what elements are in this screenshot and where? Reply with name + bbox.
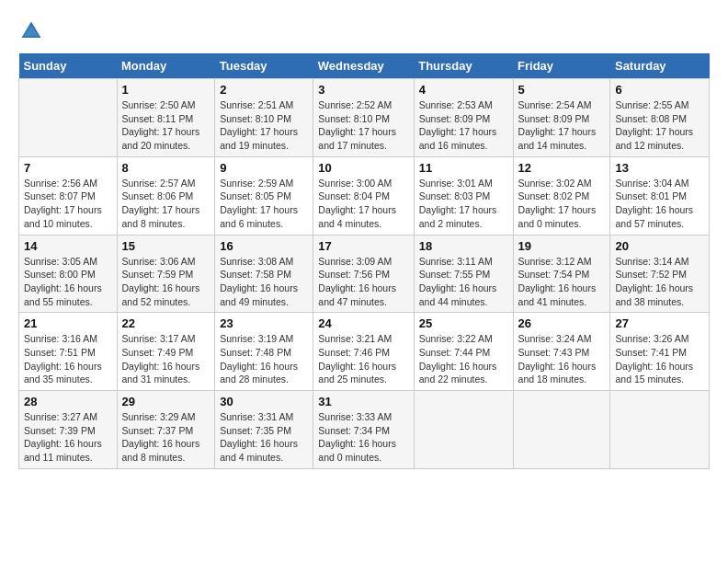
day-info: Sunrise: 3:06 AM Sunset: 7:59 PM Dayligh… bbox=[122, 255, 210, 309]
day-info: Sunrise: 3:33 AM Sunset: 7:34 PM Dayligh… bbox=[318, 410, 408, 465]
day-info: Sunrise: 3:02 AM Sunset: 8:02 PM Dayligh… bbox=[518, 177, 606, 231]
calendar-week-row: 14Sunrise: 3:05 AM Sunset: 8:00 PM Dayli… bbox=[19, 235, 710, 313]
day-number: 29 bbox=[122, 395, 210, 408]
calendar-week-row: 1Sunrise: 2:50 AM Sunset: 8:11 PM Daylig… bbox=[19, 79, 710, 157]
calendar-table: SundayMondayTuesdayWednesdayThursdayFrid… bbox=[18, 53, 710, 469]
day-info: Sunrise: 3:05 AM Sunset: 8:00 PM Dayligh… bbox=[24, 255, 112, 309]
day-info: Sunrise: 3:14 AM Sunset: 7:52 PM Dayligh… bbox=[615, 255, 704, 309]
weekday-header-row: SundayMondayTuesdayWednesdayThursdayFrid… bbox=[19, 53, 710, 79]
day-number: 21 bbox=[24, 316, 112, 330]
weekday-header: Monday bbox=[117, 53, 215, 79]
day-number: 19 bbox=[518, 239, 606, 253]
day-info: Sunrise: 2:59 AM Sunset: 8:05 PM Dayligh… bbox=[220, 177, 308, 231]
calendar-week-row: 28Sunrise: 3:27 AM Sunset: 7:39 PM Dayli… bbox=[19, 391, 710, 469]
calendar-cell: 18Sunrise: 3:11 AM Sunset: 7:55 PM Dayli… bbox=[414, 235, 513, 313]
calendar-cell: 19Sunrise: 3:12 AM Sunset: 7:54 PM Dayli… bbox=[513, 235, 610, 313]
day-number: 1 bbox=[122, 83, 210, 97]
calendar-cell bbox=[414, 391, 513, 469]
calendar-cell: 26Sunrise: 3:24 AM Sunset: 7:43 PM Dayli… bbox=[513, 313, 610, 391]
day-number: 16 bbox=[220, 239, 308, 253]
calendar-cell: 15Sunrise: 3:06 AM Sunset: 7:59 PM Dayli… bbox=[117, 235, 215, 313]
day-info: Sunrise: 2:53 AM Sunset: 8:09 PM Dayligh… bbox=[419, 98, 508, 153]
day-info: Sunrise: 3:29 AM Sunset: 7:37 PM Dayligh… bbox=[122, 410, 210, 465]
calendar-cell: 29Sunrise: 3:29 AM Sunset: 7:37 PM Dayli… bbox=[117, 391, 215, 469]
day-info: Sunrise: 3:19 AM Sunset: 7:48 PM Dayligh… bbox=[220, 332, 308, 386]
calendar-cell: 24Sunrise: 3:21 AM Sunset: 7:46 PM Dayli… bbox=[313, 313, 414, 391]
calendar-cell: 13Sunrise: 3:04 AM Sunset: 8:01 PM Dayli… bbox=[610, 156, 710, 235]
calendar-cell: 4Sunrise: 2:53 AM Sunset: 8:09 PM Daylig… bbox=[414, 79, 513, 157]
day-info: Sunrise: 3:22 AM Sunset: 7:44 PM Dayligh… bbox=[419, 332, 508, 386]
weekday-header: Thursday bbox=[414, 53, 513, 79]
day-number: 11 bbox=[419, 161, 508, 175]
weekday-header: Friday bbox=[513, 53, 610, 79]
calendar-cell: 20Sunrise: 3:14 AM Sunset: 7:52 PM Dayli… bbox=[610, 235, 710, 313]
day-number: 22 bbox=[122, 316, 210, 330]
day-number: 14 bbox=[24, 239, 112, 253]
day-info: Sunrise: 3:09 AM Sunset: 7:56 PM Dayligh… bbox=[318, 255, 408, 309]
weekday-header: Wednesday bbox=[313, 53, 414, 79]
day-info: Sunrise: 3:26 AM Sunset: 7:41 PM Dayligh… bbox=[615, 332, 704, 386]
day-number: 13 bbox=[615, 161, 704, 175]
day-number: 6 bbox=[615, 83, 704, 97]
logo bbox=[18, 18, 46, 44]
calendar-cell: 14Sunrise: 3:05 AM Sunset: 8:00 PM Dayli… bbox=[19, 235, 118, 313]
day-info: Sunrise: 2:55 AM Sunset: 8:08 PM Dayligh… bbox=[615, 98, 704, 153]
calendar-cell: 16Sunrise: 3:08 AM Sunset: 7:58 PM Dayli… bbox=[215, 235, 313, 313]
day-number: 24 bbox=[318, 316, 408, 330]
day-number: 10 bbox=[318, 161, 408, 175]
day-info: Sunrise: 3:12 AM Sunset: 7:54 PM Dayligh… bbox=[518, 255, 606, 309]
day-info: Sunrise: 3:27 AM Sunset: 7:39 PM Dayligh… bbox=[24, 410, 112, 465]
day-info: Sunrise: 3:00 AM Sunset: 8:04 PM Dayligh… bbox=[318, 177, 408, 231]
day-number: 5 bbox=[518, 83, 606, 97]
day-info: Sunrise: 3:21 AM Sunset: 7:46 PM Dayligh… bbox=[318, 332, 408, 386]
weekday-header: Tuesday bbox=[215, 53, 313, 79]
day-number: 4 bbox=[419, 83, 508, 97]
calendar-cell: 21Sunrise: 3:16 AM Sunset: 7:51 PM Dayli… bbox=[19, 313, 118, 391]
day-number: 27 bbox=[615, 316, 704, 330]
day-number: 8 bbox=[122, 161, 210, 175]
day-info: Sunrise: 2:50 AM Sunset: 8:11 PM Dayligh… bbox=[122, 98, 210, 153]
day-number: 31 bbox=[318, 395, 408, 408]
calendar-cell: 31Sunrise: 3:33 AM Sunset: 7:34 PM Dayli… bbox=[313, 391, 414, 469]
calendar-cell: 12Sunrise: 3:02 AM Sunset: 8:02 PM Dayli… bbox=[513, 156, 610, 235]
day-number: 17 bbox=[318, 239, 408, 253]
calendar-cell bbox=[513, 391, 610, 469]
day-number: 9 bbox=[220, 161, 308, 175]
day-info: Sunrise: 3:24 AM Sunset: 7:43 PM Dayligh… bbox=[518, 332, 606, 386]
calendar-cell: 27Sunrise: 3:26 AM Sunset: 7:41 PM Dayli… bbox=[610, 313, 710, 391]
logo-icon bbox=[18, 18, 44, 44]
day-number: 7 bbox=[24, 161, 112, 175]
weekday-header: Saturday bbox=[610, 53, 710, 79]
calendar-cell: 3Sunrise: 2:52 AM Sunset: 8:10 PM Daylig… bbox=[313, 79, 414, 157]
calendar-cell: 6Sunrise: 2:55 AM Sunset: 8:08 PM Daylig… bbox=[610, 79, 710, 157]
day-info: Sunrise: 3:11 AM Sunset: 7:55 PM Dayligh… bbox=[419, 255, 508, 309]
calendar-cell: 23Sunrise: 3:19 AM Sunset: 7:48 PM Dayli… bbox=[215, 313, 313, 391]
calendar-week-row: 7Sunrise: 2:56 AM Sunset: 8:07 PM Daylig… bbox=[19, 156, 710, 235]
day-info: Sunrise: 3:31 AM Sunset: 7:35 PM Dayligh… bbox=[220, 410, 308, 465]
day-info: Sunrise: 3:04 AM Sunset: 8:01 PM Dayligh… bbox=[615, 177, 704, 231]
calendar-cell: 30Sunrise: 3:31 AM Sunset: 7:35 PM Dayli… bbox=[215, 391, 313, 469]
day-number: 2 bbox=[220, 83, 308, 97]
day-number: 30 bbox=[220, 395, 308, 408]
day-info: Sunrise: 3:01 AM Sunset: 8:03 PM Dayligh… bbox=[419, 177, 508, 231]
day-number: 28 bbox=[24, 395, 112, 408]
day-info: Sunrise: 2:51 AM Sunset: 8:10 PM Dayligh… bbox=[220, 98, 308, 153]
day-info: Sunrise: 3:16 AM Sunset: 7:51 PM Dayligh… bbox=[24, 332, 112, 386]
day-number: 15 bbox=[122, 239, 210, 253]
day-number: 3 bbox=[318, 83, 408, 97]
weekday-header: Sunday bbox=[19, 53, 118, 79]
day-info: Sunrise: 3:08 AM Sunset: 7:58 PM Dayligh… bbox=[220, 255, 308, 309]
calendar-cell: 28Sunrise: 3:27 AM Sunset: 7:39 PM Dayli… bbox=[19, 391, 118, 469]
calendar-cell bbox=[19, 79, 118, 157]
calendar-cell: 11Sunrise: 3:01 AM Sunset: 8:03 PM Dayli… bbox=[414, 156, 513, 235]
calendar-cell: 2Sunrise: 2:51 AM Sunset: 8:10 PM Daylig… bbox=[215, 79, 313, 157]
calendar-cell: 7Sunrise: 2:56 AM Sunset: 8:07 PM Daylig… bbox=[19, 156, 118, 235]
calendar-cell: 1Sunrise: 2:50 AM Sunset: 8:11 PM Daylig… bbox=[117, 79, 215, 157]
day-info: Sunrise: 3:17 AM Sunset: 7:49 PM Dayligh… bbox=[122, 332, 210, 386]
day-info: Sunrise: 2:56 AM Sunset: 8:07 PM Dayligh… bbox=[24, 177, 112, 231]
day-number: 25 bbox=[419, 316, 508, 330]
day-number: 18 bbox=[419, 239, 508, 253]
calendar-cell: 25Sunrise: 3:22 AM Sunset: 7:44 PM Dayli… bbox=[414, 313, 513, 391]
page-header bbox=[18, 18, 710, 44]
calendar-week-row: 21Sunrise: 3:16 AM Sunset: 7:51 PM Dayli… bbox=[19, 313, 710, 391]
